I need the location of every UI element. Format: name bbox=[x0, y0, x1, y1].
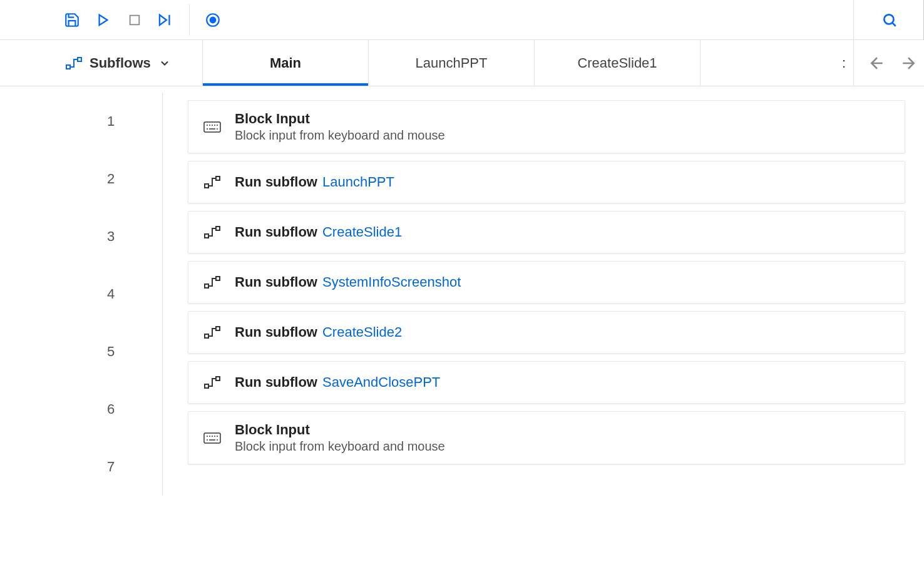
stop-button[interactable] bbox=[119, 4, 150, 36]
tab-createslide1[interactable]: CreateSlide1 bbox=[535, 40, 701, 86]
action-text: Run subflow CreateSlide2 bbox=[235, 324, 402, 340]
tab-bar: Subflows Main LaunchPPT CreateSlide1 : bbox=[0, 40, 924, 86]
action-block-input[interactable]: Block Input Block input from keyboard an… bbox=[188, 411, 905, 464]
svg-rect-22 bbox=[216, 176, 220, 180]
arrow-right-icon[interactable] bbox=[899, 54, 918, 73]
action-param: SaveAndClosePPT bbox=[322, 374, 440, 391]
save-button[interactable] bbox=[56, 4, 88, 36]
svg-rect-29 bbox=[205, 384, 208, 388]
tab-label: Main bbox=[270, 55, 301, 71]
action-title: Run subflow bbox=[235, 274, 317, 290]
svg-rect-28 bbox=[216, 327, 220, 330]
action-text: Block Input Block input from keyboard an… bbox=[235, 111, 445, 143]
toolbar-separator bbox=[189, 4, 190, 36]
action-param: SystemInfoScreenshot bbox=[322, 274, 461, 290]
action-text: Run subflow CreateSlide1 bbox=[235, 224, 402, 240]
stop-icon bbox=[128, 13, 141, 27]
action-param: CreateSlide2 bbox=[322, 324, 402, 340]
actions-list: Block Input Block input from keyboard an… bbox=[163, 93, 924, 496]
action-text: Run subflow SaveAndClosePPT bbox=[235, 374, 440, 391]
svg-rect-24 bbox=[216, 227, 220, 230]
svg-rect-25 bbox=[205, 284, 208, 288]
play-icon bbox=[96, 13, 110, 27]
search-button[interactable] bbox=[874, 4, 905, 36]
save-icon bbox=[64, 12, 80, 28]
svg-rect-26 bbox=[216, 277, 220, 280]
keyboard-icon bbox=[202, 428, 222, 448]
svg-point-6 bbox=[884, 14, 893, 24]
step-button[interactable] bbox=[150, 4, 182, 36]
search-icon bbox=[881, 12, 898, 28]
action-title: Run subflow bbox=[235, 324, 317, 340]
subflow-icon bbox=[66, 56, 82, 70]
action-title: Block Input bbox=[235, 111, 310, 127]
action-run-subflow[interactable]: Run subflow CreateSlide1 bbox=[188, 211, 905, 253]
line-number: 2 bbox=[0, 150, 162, 208]
svg-line-7 bbox=[892, 23, 895, 26]
subflow-icon bbox=[202, 322, 222, 342]
subflow-icon bbox=[202, 222, 222, 242]
chevron-down-icon bbox=[158, 57, 171, 69]
svg-marker-0 bbox=[100, 14, 108, 25]
tab-nav-arrows bbox=[868, 40, 918, 86]
action-run-subflow[interactable]: Run subflow SaveAndClosePPT bbox=[188, 361, 905, 404]
line-number: 4 bbox=[0, 265, 162, 323]
svg-rect-9 bbox=[78, 58, 81, 61]
arrow-left-icon[interactable] bbox=[868, 54, 886, 73]
line-gutter: 1 2 3 4 5 6 7 bbox=[0, 93, 163, 496]
svg-rect-12 bbox=[204, 122, 220, 132]
action-title: Block Input bbox=[235, 422, 310, 438]
action-run-subflow[interactable]: Run subflow LaunchPPT bbox=[188, 161, 905, 203]
line-number: 6 bbox=[0, 381, 162, 438]
run-button[interactable] bbox=[88, 4, 119, 36]
subflow-icon bbox=[202, 372, 222, 392]
keyboard-icon bbox=[202, 117, 222, 137]
action-text: Run subflow SystemInfoScreenshot bbox=[235, 274, 461, 290]
step-icon bbox=[158, 13, 174, 27]
subflows-dropdown[interactable]: Subflows bbox=[0, 40, 203, 86]
subflow-icon bbox=[202, 172, 222, 192]
action-title: Run subflow bbox=[235, 374, 317, 391]
svg-rect-1 bbox=[130, 15, 140, 24]
action-run-subflow[interactable]: Run subflow CreateSlide2 bbox=[188, 311, 905, 354]
action-text: Block Input Block input from keyboard an… bbox=[235, 422, 445, 454]
subflows-label-text: Subflows bbox=[90, 55, 151, 71]
tab-main[interactable]: Main bbox=[203, 40, 369, 86]
toolbar bbox=[0, 0, 924, 40]
line-number: 7 bbox=[0, 438, 162, 496]
action-description: Block input from keyboard and mouse bbox=[235, 128, 445, 143]
svg-marker-2 bbox=[160, 14, 167, 25]
subflow-icon bbox=[202, 272, 222, 292]
svg-rect-23 bbox=[205, 234, 208, 238]
action-param: CreateSlide1 bbox=[322, 224, 402, 240]
record-icon bbox=[205, 12, 221, 28]
line-number: 1 bbox=[0, 93, 162, 150]
svg-rect-31 bbox=[204, 433, 220, 443]
action-param: LaunchPPT bbox=[322, 174, 394, 190]
action-title: Run subflow bbox=[235, 224, 317, 240]
action-run-subflow[interactable]: Run subflow SystemInfoScreenshot bbox=[188, 261, 905, 304]
record-button[interactable] bbox=[197, 4, 228, 36]
tab-label: LaunchPPT bbox=[416, 55, 488, 71]
action-text: Run subflow LaunchPPT bbox=[235, 174, 394, 190]
svg-rect-21 bbox=[205, 184, 208, 188]
flow-content: 1 2 3 4 5 6 7 Block Input Block input fr… bbox=[0, 86, 924, 496]
line-number: 3 bbox=[0, 208, 162, 265]
svg-point-5 bbox=[210, 17, 216, 23]
tab-nav-separator bbox=[853, 40, 854, 86]
action-description: Block input from keyboard and mouse bbox=[235, 439, 445, 454]
tab-label: CreateSlide1 bbox=[577, 55, 657, 71]
svg-rect-27 bbox=[205, 334, 208, 338]
tab-overflow-hint: : bbox=[842, 40, 846, 86]
svg-rect-30 bbox=[216, 377, 220, 381]
toolbar-right-separator bbox=[853, 0, 854, 40]
action-block-input[interactable]: Block Input Block input from keyboard an… bbox=[188, 100, 905, 153]
action-title: Run subflow bbox=[235, 174, 317, 190]
line-number: 5 bbox=[0, 323, 162, 381]
tab-launchppt[interactable]: LaunchPPT bbox=[369, 40, 535, 86]
svg-rect-8 bbox=[66, 65, 70, 69]
